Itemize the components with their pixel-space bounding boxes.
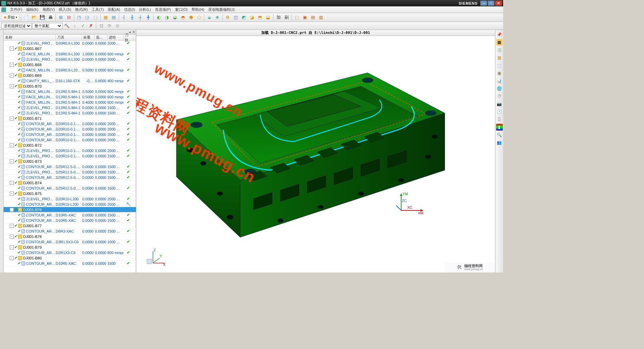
window-minimize[interactable]: — [480,1,487,6]
menu-insert[interactable]: 插入(S) [57,6,73,13]
rb-pal-icon[interactable]: ▮ [496,124,503,131]
dim4-icon[interactable]: ╋ [145,14,152,21]
operation-row[interactable]: ✔CONTOUR_AREA ...D10R5-XAC0.00000.000015… [4,261,136,266]
program-group[interactable]: -✔DJ001-B79 [4,245,136,250]
rb-chart-icon[interactable]: 📊 [496,78,503,84]
expander-icon[interactable]: - [10,192,14,196]
pick1-icon[interactable]: ↕ [71,22,78,30]
operation-row[interactable]: ✔FACE_MILLING_...D12R0.5-MH-10.50000.000… [4,89,136,94]
program-group[interactable]: -✔DJ001-B74 [4,180,136,186]
col-tool[interactable]: 刀具 [56,35,82,40]
rb-pin-icon[interactable]: 📌 [496,31,503,38]
sim1-icon[interactable]: ⬙ [206,14,213,21]
rb-asm-icon[interactable]: ⬚ [496,62,503,69]
operation-row[interactable]: ✔CONTOUR_AREA_...D20R10-0.1-L2000.00000.… [4,132,136,137]
new-icon[interactable]: 📄 [22,14,30,21]
operation-row[interactable]: ✔CONTOUR_AREA_...D2R1X3-C60.00000.000080… [4,250,136,255]
expander-icon[interactable]: - [10,181,14,185]
program-group[interactable]: -✔DJ001-B68 [4,62,136,67]
grid-icon[interactable]: ▤ [110,14,117,21]
operation-row[interactable]: ✔FACE_MILLING_...D16R0.8-L200-10.50000.0… [4,67,136,73]
operation-row[interactable]: ✔FACE_MILLING_...D16R0.8-L2001.00000.000… [4,51,136,57]
operation-row[interactable]: ✔CONTOUR_AREA_...D20R10-0.1-L2000.00000.… [4,121,136,127]
program-group[interactable]: -✔DJ001-B67 [4,46,136,51]
dim3-icon[interactable]: ┼ [137,14,144,21]
filter-select[interactable]: 没有选择过滤器 [1,23,32,29]
mach3-icon[interactable]: ◩ [240,14,248,21]
operation-row[interactable]: ✔CONTOUR_AREA_...D25R12.5-0.1-...0.00000… [4,186,136,191]
sidebar-left-gutter[interactable] [0,30,4,272]
program-group[interactable]: -✔DJ001-B76 [4,207,136,212]
operation-row[interactable]: ✔CONTOUR_AREA_...D20R10-0.1-L2000.00000.… [4,127,136,132]
mach5-icon[interactable]: ⬒ [256,14,264,21]
operation-row[interactable]: ✔ZLEVEL_PROFIL...D16R0.8-L2000.00000.000… [4,57,136,62]
program-group[interactable]: -✔DJ001-B70 [4,84,136,89]
expander-icon[interactable]: - [10,256,14,260]
rb-roles-icon[interactable]: 👥 [496,139,503,146]
menu-format[interactable]: 格式(R) [73,6,90,13]
tool2-icon[interactable]: ◑ [163,14,170,21]
col-stock[interactable]: 余量 [82,35,95,40]
mach4-icon[interactable]: ◪ [248,14,256,21]
operation-row[interactable]: ✔ZLEVEL_PROFIL...D20R10-0.1-L2000.00000.… [4,148,136,153]
viewport[interactable]: XM YM XC ZC X Z Y 编程资料网 www.pmug.cn www.… [136,36,495,272]
operation-row[interactable]: ✔ZLEVEL_PROFIL...D12R0.5-MH-10.00000.000… [4,105,136,110]
viewport-tab[interactable]: 加载 D-J-001-CNC2.prt 自 E:\linshi\D-J-001\… [136,30,495,36]
col-path[interactable]: 刀轨 [123,35,133,40]
tool3-icon[interactable]: ◒ [171,14,178,21]
post1-icon[interactable]: 加 [275,14,282,21]
rb-nav-icon[interactable]: ▦ [496,39,503,46]
layer-icon[interactable]: ⊞ [57,14,64,21]
program-group[interactable]: -✔DJ001-B69 [4,73,136,78]
expander-icon[interactable]: - [10,73,14,78]
tool5-icon[interactable]: ⬣ [187,14,195,21]
menu-help[interactable]: 帮助(H) [190,6,206,13]
operation-row[interactable]: ✔CONTOUR_AREA_...D25R12.5-0.1-...0.00000… [4,164,136,169]
operation-row[interactable]: ✔CONTOUR_AREA_...D25R12.5-0.1-...0.00000… [4,175,136,180]
tree-body[interactable]: ✔ZLEVEL_PROFIL...D20R0.8-L2000.00000.000… [4,41,136,272]
expander-icon[interactable]: - [10,245,14,249]
out1-icon[interactable]: ⬚ [293,14,301,21]
menu-electrode[interactable]: 星创电极编程(J) [206,6,237,13]
out4-icon[interactable]: ▥ [317,14,325,21]
program-group[interactable]: -✔DJ001-B72 [4,143,136,148]
program-group[interactable]: -✔DJ001-B71 [4,116,136,121]
rb-find-icon[interactable]: 🔍 [496,132,503,138]
col-feed[interactable]: 进给 [107,35,123,40]
program-group[interactable]: -✔DJ001-B78 [4,234,136,239]
pick3-icon[interactable]: ✗ [87,22,95,30]
operation-row[interactable]: ✔CONTOUR_AREA_...D20R10-L2000.00000.0000… [4,202,136,207]
filt2-icon[interactable]: ⟳ [106,22,113,30]
expander-icon[interactable]: - [10,116,14,120]
col-name[interactable]: 名称 [4,35,56,40]
expander-icon[interactable]: - [10,84,14,88]
tool4-icon[interactable]: ◓ [179,14,186,21]
start-button[interactable]: ◆开始▾ [1,14,19,20]
menu-file[interactable]: 文件(F) [8,6,24,13]
dim2-icon[interactable]: ╫ [128,14,136,21]
operation-row[interactable]: ✔CAVITY_MILL_1...D16-L160-STK-0....0.800… [4,78,136,84]
save-icon[interactable]: 💾 [39,14,46,21]
operation-row[interactable]: ✔FACE_MILLING_...D12R0.5-MH-10.40000.000… [4,100,136,105]
operation-row[interactable]: ✔ZLEVEL_PROFIL...D20R10-0.1-L2000.00000.… [4,153,136,159]
expander-icon[interactable]: - [10,159,14,163]
layer2-icon[interactable]: ⊟ [65,14,72,21]
out2-icon[interactable]: ▣ [301,14,309,21]
menu-view[interactable]: 视图(V) [41,6,57,13]
rb-cam-icon[interactable]: 📷 [496,101,503,107]
operation-row[interactable]: ✔CONTOUR_AREA_...D10R5-XAC0.00000.000015… [4,212,136,218]
menu-analysis[interactable]: 分析(L) [137,6,153,13]
menu-tools[interactable]: 工具(T) [90,6,106,13]
out3-icon[interactable]: ▤ [309,14,317,21]
print-icon[interactable]: 🖶 [47,14,54,21]
expander-icon[interactable]: - [10,224,14,228]
program-group[interactable]: -✔DJ001-B77 [4,223,136,229]
tool6-icon[interactable]: ⬡ [195,14,203,21]
sim2-icon[interactable]: ⬘ [214,14,221,21]
operation-row[interactable]: ✔CONTOUR_AREA_...D6R3-XAC0.00000.0000150… [4,229,136,234]
tool1-icon[interactable]: ◐ [155,14,162,21]
col-bottom[interactable]: 底... [95,35,107,40]
rb-tool-icon[interactable]: ▤ [496,54,503,61]
cube3-icon[interactable]: ⬚ [92,14,99,21]
menu-prefs[interactable]: 首选项(P) [153,6,173,13]
